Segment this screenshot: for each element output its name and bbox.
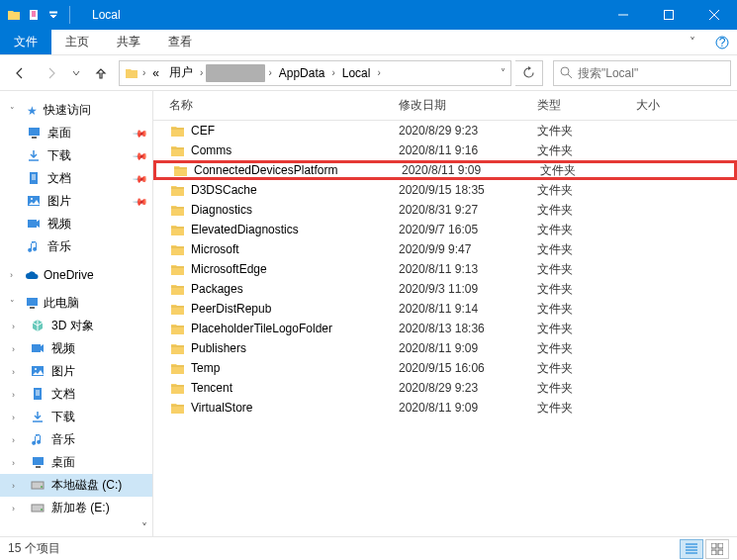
qat-properties-icon[interactable] <box>26 7 42 23</box>
expand-icon[interactable]: › <box>12 390 22 400</box>
sidebar-item[interactable]: 文档📌 <box>0 167 152 190</box>
expand-icon[interactable]: › <box>12 481 22 491</box>
svg-point-16 <box>35 368 37 370</box>
scroll-down-icon[interactable]: ˅ <box>137 520 152 536</box>
chevron-right-icon[interactable]: › <box>330 65 335 80</box>
expand-icon[interactable]: › <box>12 344 22 354</box>
col-type[interactable]: 类型 <box>529 91 628 120</box>
sidebar-item[interactable]: ›视频 <box>0 337 152 360</box>
file-row[interactable]: PeerDistRepub2020/8/11 9:14文件夹 <box>153 299 737 319</box>
file-row[interactable]: Temp2020/9/15 16:06文件夹 <box>153 358 737 378</box>
sidebar-item-label: 视频 <box>47 216 71 233</box>
crumb[interactable]: 用户 <box>165 62 197 83</box>
file-name: Comms <box>191 143 231 157</box>
search-box[interactable] <box>553 60 731 86</box>
expand-icon[interactable]: › <box>12 504 22 513</box>
sidebar-item[interactable]: 音乐 <box>0 235 152 258</box>
file-list: 名称 修改日期 类型 大小 CEF2020/8/29 9:23文件夹Comms2… <box>153 91 737 536</box>
sidebar-item[interactable]: ›桌面 <box>0 451 152 474</box>
file-row[interactable]: ConnectedDevicesPlatform2020/8/11 9:09文件… <box>153 160 737 180</box>
cloud-icon <box>24 267 40 283</box>
file-row[interactable]: Diagnostics2020/8/31 9:27文件夹 <box>153 200 737 220</box>
svg-rect-19 <box>36 466 41 468</box>
file-name: Microsoft <box>191 242 239 256</box>
expand-icon[interactable]: › <box>12 458 22 468</box>
search-input[interactable] <box>578 66 726 80</box>
folder-icon <box>169 123 185 139</box>
nav-recent-button[interactable] <box>69 59 83 87</box>
file-row[interactable]: CEF2020/8/29 9:23文件夹 <box>153 121 737 140</box>
tab-home[interactable]: 主页 <box>51 30 103 54</box>
crumb[interactable]: « <box>148 64 163 82</box>
view-details-button[interactable] <box>680 539 703 559</box>
minimize-button[interactable] <box>600 0 646 30</box>
crumb[interactable]: Local <box>338 64 375 82</box>
chevron-right-icon[interactable]: › <box>376 65 381 80</box>
view-icons-button[interactable] <box>705 539 729 559</box>
col-date[interactable]: 修改日期 <box>391 91 529 120</box>
sidebar-this-pc[interactable]: ˅ 此电脑 <box>0 292 152 315</box>
file-type: 文件夹 <box>529 281 628 298</box>
chevron-right-icon[interactable]: › <box>267 65 272 80</box>
sidebar-item[interactable]: 图片📌 <box>0 190 152 213</box>
svg-rect-12 <box>27 298 38 306</box>
col-name[interactable]: 名称 <box>153 91 391 120</box>
refresh-button[interactable] <box>515 60 543 86</box>
file-row[interactable]: Microsoft2020/9/9 9:47文件夹 <box>153 239 737 259</box>
sidebar-item[interactable]: ›图片 <box>0 360 152 383</box>
tab-view[interactable]: 查看 <box>154 30 206 54</box>
file-row[interactable]: PlaceholderTileLogoFolder2020/8/13 18:36… <box>153 319 737 338</box>
qat-dropdown-icon[interactable] <box>46 7 61 23</box>
pin-icon: 📌 <box>133 147 148 163</box>
nav-up-button[interactable] <box>87 59 115 87</box>
chevron-right-icon[interactable]: › <box>141 65 146 80</box>
sidebar-label: OneDrive <box>44 268 94 282</box>
expand-icon[interactable]: › <box>12 435 22 445</box>
sidebar-item[interactable]: ›本地磁盘 (C:) <box>0 474 152 497</box>
collapse-icon[interactable]: ˅ <box>10 106 20 116</box>
sidebar-onedrive[interactable]: › OneDrive <box>0 264 152 286</box>
sidebar-quick-access[interactable]: ˅ ★ 快速访问 <box>0 99 152 122</box>
file-row[interactable]: Comms2020/8/11 9:16文件夹 <box>153 140 737 160</box>
file-row[interactable]: VirtualStore2020/8/11 9:09文件夹 <box>153 398 737 418</box>
sidebar-item[interactable]: ›新加卷 (E:) <box>0 497 152 519</box>
ribbon-expand-button[interactable]: ˅ <box>678 30 707 54</box>
sidebar-item[interactable]: 下载📌 <box>0 144 152 167</box>
expand-icon[interactable]: › <box>12 322 22 331</box>
col-size[interactable]: 大小 <box>628 91 697 120</box>
file-row[interactable]: Tencent2020/8/29 9:23文件夹 <box>153 378 737 398</box>
tab-file[interactable]: 文件 <box>0 30 51 54</box>
sidebar-item[interactable]: ›下载 <box>0 406 152 428</box>
sidebar-item[interactable]: 桌面📌 <box>0 122 152 144</box>
address-bar[interactable]: › « 用户 › xxxx › AppData › Local › ˅ <box>119 60 511 86</box>
sidebar-item[interactable]: 视频 <box>0 213 152 235</box>
sidebar-item[interactable]: ›3D 对象 <box>0 315 152 337</box>
expand-icon[interactable]: › <box>10 270 20 280</box>
expand-icon[interactable]: › <box>12 367 22 377</box>
tab-share[interactable]: 共享 <box>103 30 154 54</box>
file-row[interactable]: Publishers2020/8/11 9:09文件夹 <box>153 338 737 358</box>
dl-icon <box>26 148 42 164</box>
address-dropdown-button[interactable]: ˅ <box>500 65 507 80</box>
file-row[interactable]: ElevatedDiagnostics2020/9/7 16:05文件夹 <box>153 220 737 239</box>
crumb[interactable]: AppData <box>275 64 329 82</box>
chevron-right-icon[interactable]: › <box>199 65 204 80</box>
ribbon-help-button[interactable]: ? <box>707 30 737 54</box>
file-date: 2020/8/31 9:27 <box>391 203 529 217</box>
file-name: Diagnostics <box>191 203 252 217</box>
sidebar-item-label: 桌面 <box>47 125 71 141</box>
file-row[interactable]: MicrosoftEdge2020/8/11 9:13文件夹 <box>153 259 737 279</box>
file-date: 2020/8/29 9:23 <box>391 381 529 395</box>
expand-icon[interactable]: › <box>12 413 22 422</box>
crumb-obscured[interactable]: xxxx <box>206 64 265 82</box>
sidebar-item[interactable]: ›音乐 <box>0 428 152 451</box>
file-name: ConnectedDevicesPlatform <box>194 163 337 177</box>
close-button[interactable] <box>691 0 737 30</box>
collapse-icon[interactable]: ˅ <box>10 299 20 309</box>
sidebar-item[interactable]: ›文档 <box>0 383 152 406</box>
maximize-button[interactable] <box>646 0 691 30</box>
file-row[interactable]: Packages2020/9/3 11:09文件夹 <box>153 279 737 299</box>
nav-back-button[interactable] <box>6 59 34 87</box>
file-type: 文件夹 <box>529 222 628 238</box>
file-row[interactable]: D3DSCache2020/9/15 18:35文件夹 <box>153 180 737 200</box>
